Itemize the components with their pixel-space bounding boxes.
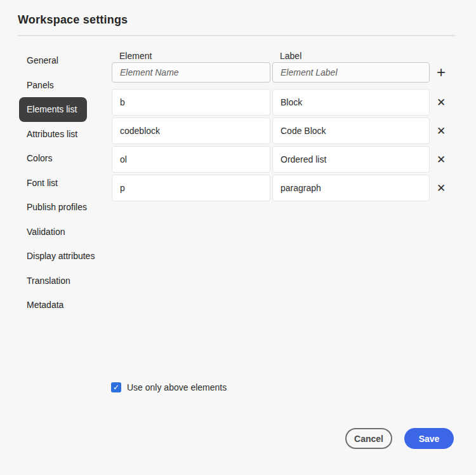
sidebar-item-attributes-list[interactable]: Attributes list	[19, 122, 88, 147]
element-name-cell[interactable]: p	[112, 175, 270, 201]
element-name-cell[interactable]: codeblock	[112, 117, 270, 144]
label-column-header: Label	[280, 51, 301, 61]
sidebar-item-publish-profiles[interactable]: Publish profiles	[19, 195, 97, 220]
sidebar-item-validation[interactable]: Validation	[19, 220, 75, 244]
remove-row-button[interactable]: ✕	[433, 122, 449, 140]
remove-row-button[interactable]: ✕	[433, 179, 449, 197]
element-label-cell[interactable]: Ordered list	[272, 146, 430, 173]
plus-icon: +	[437, 65, 446, 80]
element-name-cell[interactable]: b	[112, 89, 270, 116]
element-label-cell[interactable]: Block	[272, 89, 430, 116]
table-row: b Block ✕	[112, 89, 447, 116]
workspace-settings-dialog: Workspace settings GeneralPanelsElements…	[0, 0, 476, 475]
close-icon: ✕	[437, 96, 446, 109]
use-only-above-label: Use only above elements	[127, 382, 227, 392]
check-icon: ✓	[113, 384, 119, 391]
close-icon: ✕	[437, 124, 446, 138]
page-title: Workspace settings	[18, 13, 128, 27]
table-row: codeblock Code Block ✕	[112, 117, 447, 144]
element-name-input[interactable]	[112, 62, 270, 83]
sidebar-item-colors[interactable]: Colors	[19, 146, 62, 171]
element-label-input[interactable]	[272, 62, 430, 83]
use-only-above-option[interactable]: ✓ Use only above elements	[111, 382, 227, 392]
sidebar-item-general[interactable]: General	[19, 48, 69, 73]
element-label-cell[interactable]: paragraph	[272, 175, 430, 201]
sidebar-item-panels[interactable]: Panels	[19, 73, 64, 98]
sidebar-item-translation[interactable]: Translation	[19, 269, 81, 293]
settings-sidebar: GeneralPanelsElements listAttributes lis…	[19, 48, 105, 318]
remove-row-button[interactable]: ✕	[433, 151, 449, 168]
sidebar-item-font-list[interactable]: Font list	[19, 171, 68, 196]
use-only-above-checkbox[interactable]: ✓	[111, 382, 121, 392]
sidebar-item-elements-list[interactable]: Elements list	[19, 97, 87, 122]
save-button[interactable]: Save	[404, 428, 454, 449]
title-divider	[18, 35, 456, 36]
cancel-button[interactable]: Cancel	[345, 428, 392, 449]
sidebar-item-metadata[interactable]: Metadata	[19, 293, 74, 318]
elements-table: b Block ✕ codeblock Code Block ✕ ol Orde…	[112, 89, 447, 203]
table-row: p paragraph ✕	[112, 175, 447, 201]
remove-row-button[interactable]: ✕	[433, 93, 449, 111]
close-icon: ✕	[437, 153, 446, 166]
close-icon: ✕	[437, 182, 446, 195]
element-column-header: Element	[119, 51, 152, 61]
element-name-cell[interactable]: ol	[112, 146, 270, 173]
element-label-cell[interactable]: Code Block	[272, 117, 430, 144]
add-element-button[interactable]: +	[433, 64, 449, 81]
table-row: ol Ordered list ✕	[112, 146, 447, 173]
sidebar-item-display-attributes[interactable]: Display attributes	[19, 244, 105, 269]
